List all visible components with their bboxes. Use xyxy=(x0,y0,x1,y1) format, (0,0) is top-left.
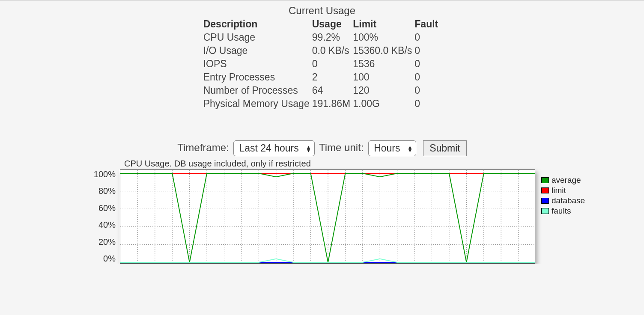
cpu-usage-chart xyxy=(120,169,535,264)
ytick: 60% xyxy=(98,203,116,213)
ytick: 20% xyxy=(98,237,116,247)
legend-swatch-average xyxy=(541,177,549,183)
col-usage: Usage xyxy=(312,18,353,31)
table-row: Physical Memory Usage191.86M1.00G0 xyxy=(203,97,441,110)
timeunit-select[interactable]: Hours ▴▾ xyxy=(368,140,416,156)
legend-swatch-database xyxy=(541,198,549,204)
chevron-updown-icon: ▴▾ xyxy=(408,145,411,152)
ytick: 0% xyxy=(103,254,116,264)
col-fault: Fault xyxy=(414,18,441,31)
window-top-divider xyxy=(0,0,644,0)
legend-label: limit xyxy=(552,186,566,195)
submit-button[interactable]: Submit xyxy=(423,140,467,156)
col-description: Description xyxy=(203,18,312,31)
timeunit-label: Time unit: xyxy=(319,142,364,153)
controls-row: Timeframe: Last 24 hours ▴▾ Time unit: H… xyxy=(0,140,644,156)
legend-swatch-limit xyxy=(541,187,549,193)
ytick: 40% xyxy=(98,220,116,230)
timeframe-select[interactable]: Last 24 hours ▴▾ xyxy=(233,140,314,156)
timeframe-label: Timeframe: xyxy=(177,142,229,153)
legend-item-limit: limit xyxy=(541,186,585,195)
legend-label: average xyxy=(552,175,581,185)
legend-item-average: average xyxy=(541,175,585,185)
table-row: Entry Processes21000 xyxy=(203,71,441,84)
chart-title: CPU Usage. DB usage included, only if re… xyxy=(124,159,644,169)
legend-item-database: database xyxy=(541,196,585,205)
ytick: 80% xyxy=(98,186,116,196)
col-limit: Limit xyxy=(353,18,414,31)
legend-item-faults: faults xyxy=(541,206,585,216)
current-usage-section: Current Usage Description Usage Limit Fa… xyxy=(176,5,468,110)
ytick: 100% xyxy=(94,169,116,179)
current-usage-title: Current Usage xyxy=(176,5,468,17)
chevron-updown-icon: ▴▾ xyxy=(307,145,310,152)
legend-label: faults xyxy=(552,206,571,216)
timeunit-value: Hours xyxy=(374,143,400,154)
chart-legend: average limit database faults xyxy=(541,175,585,217)
table-row: Number of Processes641200 xyxy=(203,84,441,97)
legend-swatch-faults xyxy=(541,208,549,214)
timeframe-value: Last 24 hours xyxy=(239,143,298,154)
legend-label: database xyxy=(552,196,585,205)
table-row: I/O Usage0.0 KB/s15360.0 KB/s0 xyxy=(203,44,441,57)
table-row: CPU Usage99.2%100%0 xyxy=(203,31,441,44)
usage-table: Description Usage Limit Fault CPU Usage9… xyxy=(203,18,441,110)
chart-y-axis: 100% 80% 60% 40% 20% 0% xyxy=(81,169,120,264)
table-row: IOPS015360 xyxy=(203,57,441,71)
chart-svg xyxy=(120,170,535,264)
